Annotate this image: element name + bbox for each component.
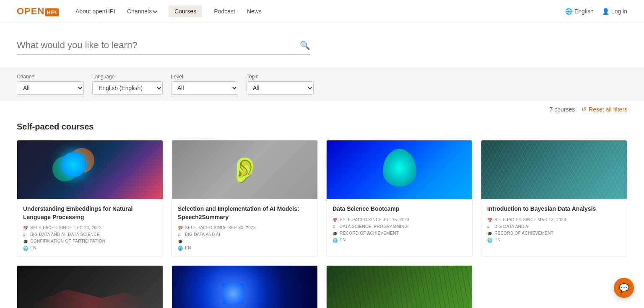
cert-icon: 🎓	[178, 239, 183, 244]
course-image-7	[327, 266, 472, 308]
cert-icon: 🎓	[487, 231, 492, 236]
meta-tags-4: # BIG DATA AND AI	[487, 224, 621, 229]
topic-filter-select[interactable]: All	[247, 81, 314, 95]
channel-filter-group: Channel All	[17, 74, 84, 95]
topic-filter-label: Topic	[247, 74, 314, 80]
hashtag-icon: #	[178, 233, 183, 237]
meta-cert-2: 🎓	[178, 239, 312, 244]
level-filter-label: Level	[171, 74, 238, 80]
course-meta-1: 📅 SELF-PACED SINCE DEC 24, 2023 # BIG DA…	[23, 225, 157, 251]
calendar-icon: 📅	[332, 218, 338, 223]
course-info-2: Selection and Implementation of AI Model…	[172, 199, 317, 256]
hashtag-icon: #	[332, 225, 338, 229]
cert-icon: 🎓	[332, 231, 338, 236]
course-image-3	[327, 140, 472, 199]
chevron-down-icon	[153, 8, 157, 13]
meta-lang-1: 🌐 EN	[23, 246, 157, 251]
course-card-5[interactable]: Statistical Learning with Python	[17, 265, 163, 308]
login-label: Log in	[611, 8, 627, 15]
reset-filters-button[interactable]: ↺ Reset all filters	[582, 106, 627, 113]
course-meta-3: 📅 SELF-PACED SINCE JUL 16, 2023 # DATA S…	[332, 217, 466, 243]
course-title-4: Introduction to Bayesian Data Analysis	[487, 205, 621, 213]
nav-channels[interactable]: Channels	[127, 8, 157, 15]
hashtag-icon: #	[23, 233, 28, 237]
reset-label: Reset all filters	[589, 106, 627, 113]
meta-cert-3: 🎓 RECORD OF ACHIEVEMENT	[332, 231, 466, 236]
logo[interactable]: OPENHPI	[17, 6, 59, 17]
globe-icon-small: 🌐	[332, 238, 338, 243]
meta-date-1: 📅 SELF-PACED SINCE DEC 24, 2023	[23, 225, 157, 230]
filter-bar: Channel All Language English (English) L…	[0, 67, 644, 101]
topic-filter-group: Topic All	[247, 74, 314, 95]
globe-icon-small: 🌐	[487, 238, 492, 243]
course-card-1[interactable]: Understanding Embeddings for Natural Lan…	[17, 140, 163, 257]
courses-row-1: Understanding Embeddings for Natural Lan…	[17, 140, 627, 257]
meta-date-2: 📅 SELF-PACED SINCE SEP 30, 2023	[178, 225, 312, 230]
nav-news[interactable]: News	[247, 8, 262, 15]
courses-row-2: Statistical Learning with Python Deep Le…	[17, 265, 627, 308]
courses-section: Self-paced courses Understanding Embeddi…	[0, 118, 644, 308]
calendar-icon: 📅	[487, 218, 492, 223]
course-image-1	[17, 140, 163, 199]
meta-cert-1: 🎓 CONFIRMATION OF PARTICIPATION	[23, 239, 157, 244]
course-title-3: Data Science Bootcamp	[332, 205, 466, 213]
results-count: 7 courses	[549, 106, 575, 113]
meta-cert-4: 🎓 RECORD OF ACHIEVEMENT	[487, 231, 621, 236]
level-filter-group: Level All	[171, 74, 238, 95]
meta-lang-4: 🌐 EN	[487, 238, 621, 243]
reset-icon: ↺	[582, 106, 587, 113]
course-card-6[interactable]: Deep Learning with TensorFlow	[171, 265, 318, 308]
nav-podcast[interactable]: Podcast	[214, 8, 235, 15]
level-filter-select[interactable]: All	[171, 81, 238, 95]
header-right: 🌐 English 👤 Log in	[565, 8, 627, 15]
course-card-7[interactable]: Machine Learning Fundamentals	[326, 265, 473, 308]
language-filter-select[interactable]: English (English)	[92, 81, 163, 95]
course-image-6	[172, 266, 317, 308]
course-title-1: Understanding Embeddings for Natural Lan…	[23, 205, 157, 221]
main-nav: About openHPI Channels Courses Podcast N…	[75, 5, 565, 17]
search-section: 🔍	[0, 23, 644, 67]
course-image-5	[17, 266, 163, 308]
meta-tags-3: # DATA SCIENCE, PROGRAMMING	[332, 224, 466, 229]
logo-box: HPI	[45, 8, 59, 16]
globe-icon: 🌐	[565, 8, 572, 15]
meta-tags-1: # BIG DATA AND AI, DATA SCIENCE	[23, 232, 157, 237]
globe-icon-small: 🌐	[23, 246, 28, 251]
channel-filter-select[interactable]: All	[17, 81, 84, 95]
course-card-2[interactable]: Selection and Implementation of AI Model…	[171, 140, 318, 257]
globe-icon-small: 🌐	[178, 246, 183, 251]
course-info-4: Introduction to Bayesian Data Analysis 📅…	[481, 199, 627, 248]
meta-lang-2: 🌐 EN	[178, 246, 312, 251]
course-card-3[interactable]: Data Science Bootcamp 📅 SELF-PACED SINCE…	[326, 140, 473, 257]
meta-date-4: 📅 SELF-PACED SINCE MAR 13, 2023	[487, 217, 621, 223]
chat-button[interactable]: 💬	[614, 278, 634, 298]
meta-tags-2: # BIG DATA AND AI	[178, 232, 312, 237]
hashtag-icon: #	[487, 225, 492, 229]
course-meta-2: 📅 SELF-PACED SINCE SEP 30, 2023 # BIG DA…	[178, 225, 312, 251]
calendar-icon: 📅	[178, 226, 183, 230]
results-bar: 7 courses ↺ Reset all filters	[0, 101, 644, 118]
user-icon: 👤	[602, 8, 609, 15]
course-card-4[interactable]: Introduction to Bayesian Data Analysis 📅…	[481, 140, 627, 257]
meta-lang-3: 🌐 EN	[332, 238, 466, 243]
nav-about[interactable]: About openHPI	[75, 8, 115, 15]
course-meta-4: 📅 SELF-PACED SINCE MAR 13, 2023 # BIG DA…	[487, 217, 621, 243]
meta-date-3: 📅 SELF-PACED SINCE JUL 16, 2023	[332, 217, 466, 223]
language-selector[interactable]: 🌐 English	[565, 8, 594, 15]
language-filter-group: Language English (English)	[92, 74, 163, 95]
calendar-icon: 📅	[23, 226, 28, 230]
course-info-3: Data Science Bootcamp 📅 SELF-PACED SINCE…	[327, 199, 472, 248]
course-title-2: Selection and Implementation of AI Model…	[178, 205, 312, 221]
login-button[interactable]: 👤 Log in	[602, 8, 627, 15]
logo-text: OPENHPI	[17, 6, 59, 17]
section-title: Self-paced courses	[17, 122, 627, 132]
search-icon[interactable]: 🔍	[300, 40, 310, 50]
language-label: English	[574, 8, 594, 15]
search-container: 🔍	[17, 40, 310, 55]
nav-courses[interactable]: Courses	[169, 5, 202, 17]
search-input[interactable]	[17, 40, 300, 51]
channel-filter-label: Channel	[17, 74, 84, 80]
language-filter-label: Language	[92, 74, 163, 80]
course-info-1: Understanding Embeddings for Natural Lan…	[17, 199, 163, 256]
cert-icon: 🎓	[23, 239, 28, 244]
